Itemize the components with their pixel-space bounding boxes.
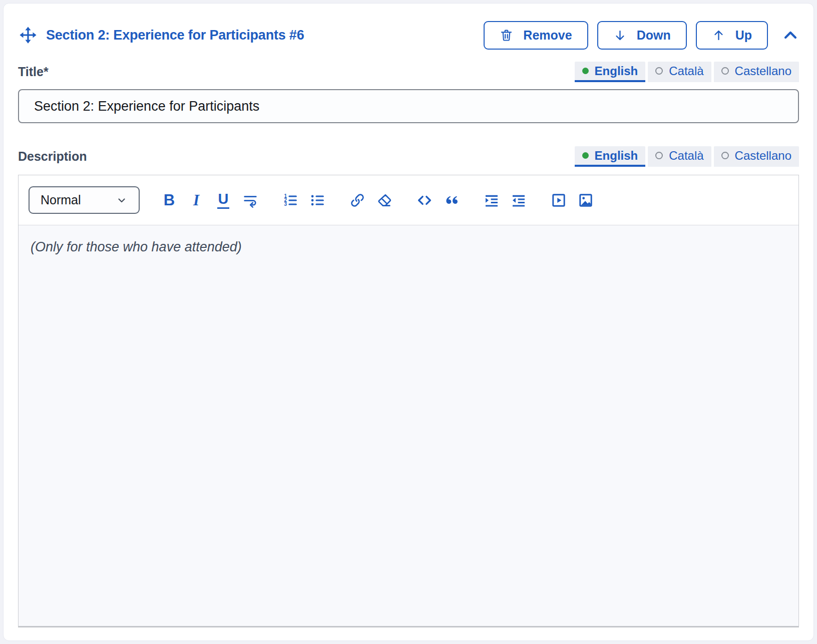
language-tab-label: English	[595, 149, 638, 163]
section-card: Section 2: Experience for Participants #…	[3, 3, 814, 641]
language-tab-catala[interactable]: Català	[648, 62, 711, 82]
title-input[interactable]	[18, 89, 799, 123]
editor-text: (Only for those who have attended)	[31, 239, 786, 255]
chevron-down-icon	[116, 194, 128, 206]
language-radio-icon	[655, 67, 663, 75]
arrow-down-icon	[613, 29, 627, 42]
language-tab-castellano[interactable]: Castellano	[714, 62, 799, 82]
image-upload-button[interactable]	[572, 188, 599, 212]
format-dropdown-value: Normal	[41, 193, 81, 207]
video-icon	[551, 192, 567, 208]
indent-increase-button[interactable]	[478, 188, 505, 212]
language-tab-label: English	[595, 64, 638, 78]
remove-button[interactable]: Remove	[484, 21, 588, 50]
section-heading: Section 2: Experience for Participants #…	[46, 28, 304, 43]
description-label: Description	[18, 149, 87, 164]
link-icon	[349, 192, 365, 208]
remove-button-label: Remove	[523, 28, 572, 43]
language-radio-icon	[721, 67, 729, 75]
description-field-row: Description English Català Castellano	[18, 146, 799, 167]
toolbar-group-blocks	[411, 188, 465, 212]
section-header: Section 2: Experience for Participants #…	[18, 21, 799, 50]
description-field: Description English Català Castellano	[18, 146, 799, 627]
move-down-button[interactable]: Down	[597, 21, 687, 50]
language-tab-english[interactable]: English	[575, 146, 646, 167]
indent-increase-icon	[484, 192, 500, 208]
language-selected-dot-icon	[582, 152, 589, 159]
ordered-list-icon: 123	[282, 192, 298, 208]
blockquote-button[interactable]	[438, 188, 465, 212]
bullet-list-button[interactable]	[304, 188, 331, 212]
link-button[interactable]	[344, 188, 371, 212]
language-radio-icon	[655, 152, 663, 159]
italic-icon: I	[193, 191, 199, 209]
down-button-label: Down	[637, 28, 671, 43]
eraser-icon	[376, 192, 392, 208]
description-language-tabs: English Català Castellano	[575, 146, 799, 167]
language-tab-catala[interactable]: Català	[648, 146, 711, 167]
language-tab-english[interactable]: English	[575, 62, 646, 82]
language-tab-label: Català	[669, 64, 703, 78]
bold-icon: B	[164, 191, 175, 209]
language-tab-label: Castellano	[735, 64, 791, 78]
editor-content-area[interactable]: (Only for those who have attended)	[19, 225, 798, 626]
toolbar-group-link	[344, 188, 398, 212]
editor-toolbar: Normal B I U	[19, 175, 798, 225]
language-tab-label: Castellano	[735, 149, 791, 163]
ordered-list-button[interactable]: 123	[277, 188, 304, 212]
indent-decrease-button[interactable]	[505, 188, 532, 212]
toolbar-group-lists: 123	[277, 188, 331, 212]
code-icon	[416, 192, 433, 209]
title-field: Title* English Català Castellano	[18, 62, 799, 123]
section-header-left: Section 2: Experience for Participants #…	[18, 25, 304, 45]
move-up-button[interactable]: Up	[696, 21, 768, 50]
bold-button[interactable]: B	[156, 188, 183, 212]
italic-button[interactable]: I	[183, 188, 210, 212]
underline-button[interactable]: U	[210, 188, 237, 212]
title-label: Title*	[18, 65, 49, 79]
language-selected-dot-icon	[582, 68, 589, 74]
rich-text-editor: Normal B I U	[18, 175, 799, 627]
svg-text:3: 3	[284, 201, 287, 207]
text-wrap-button[interactable]	[237, 188, 264, 212]
code-view-button[interactable]	[411, 188, 438, 212]
text-wrap-icon	[242, 192, 258, 208]
trash-icon	[500, 29, 513, 42]
clear-format-button[interactable]	[371, 188, 398, 212]
language-tab-castellano[interactable]: Castellano	[714, 146, 799, 167]
video-embed-button[interactable]	[545, 188, 572, 212]
title-language-tabs: English Català Castellano	[575, 62, 799, 82]
drag-move-icon[interactable]	[18, 25, 38, 45]
bullet-list-icon	[309, 192, 325, 208]
image-icon	[578, 192, 594, 208]
arrow-up-icon	[712, 29, 725, 42]
collapse-chevron-icon[interactable]	[782, 27, 799, 44]
up-button-label: Up	[735, 28, 752, 43]
quote-icon	[444, 192, 460, 208]
section-actions: Remove Down Up	[484, 21, 799, 50]
underline-icon: U	[217, 191, 230, 208]
indent-decrease-icon	[511, 192, 527, 208]
language-radio-icon	[721, 152, 729, 159]
language-tab-label: Català	[669, 149, 703, 163]
toolbar-group-text-style: B I U	[156, 188, 264, 212]
format-dropdown[interactable]: Normal	[29, 186, 140, 214]
toolbar-group-media	[545, 188, 599, 212]
title-field-row: Title* English Català Castellano	[18, 62, 799, 82]
toolbar-group-indent	[478, 188, 532, 212]
